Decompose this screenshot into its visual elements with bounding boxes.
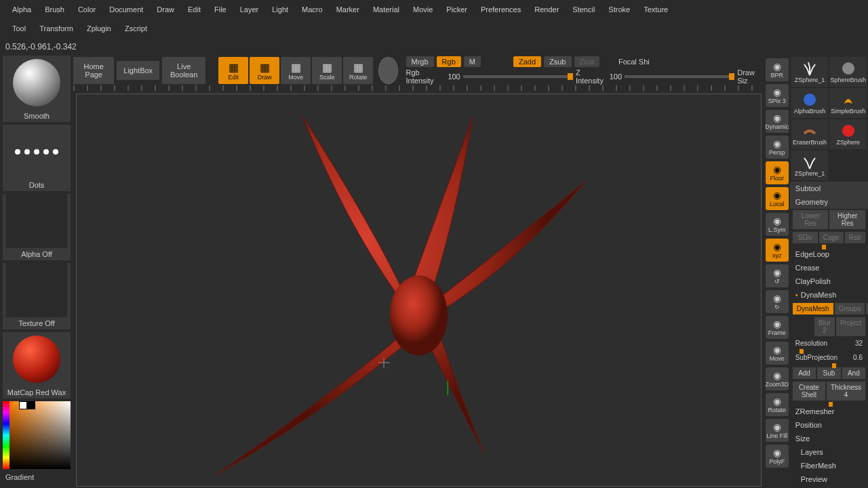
layers-section[interactable]: Layers — [790, 445, 868, 459]
draw-mode-button[interactable]: ▦Draw — [250, 57, 279, 84]
texture-tile[interactable]: Texture Off — [3, 263, 71, 329]
sat-area[interactable] — [9, 401, 71, 469]
tool-spherebrush[interactable]: SphereBrush — [829, 57, 867, 87]
edit-mode-button[interactable]: ▦Edit — [218, 57, 248, 84]
--button[interactable]: ◉↺ — [766, 264, 789, 287]
l-sym-button[interactable]: ◉L.Sym — [766, 213, 789, 236]
menu-transform[interactable]: Transform — [33, 22, 80, 35]
blur-button[interactable]: Blur 2 — [814, 317, 835, 336]
home-page-button[interactable]: Home Page — [73, 57, 114, 84]
fibermesh-section[interactable]: FiberMesh — [790, 459, 868, 472]
color-picker[interactable] — [3, 401, 71, 469]
floor-button[interactable]: ◉Floor — [766, 161, 789, 184]
rgb-button[interactable]: Rgb — [437, 56, 461, 67]
menu-stroke[interactable]: Stroke — [601, 3, 637, 16]
menu-zplugin[interactable]: Zplugin — [80, 22, 118, 35]
persp-button[interactable]: ◉Persp — [766, 136, 789, 159]
dynamesh-section[interactable]: DynaMesh — [790, 288, 868, 302]
spix-button[interactable]: ◉SPix 3 — [766, 84, 789, 107]
resolution-row[interactable]: Resolution32 — [790, 338, 868, 349]
zsub-button[interactable]: Zsub — [544, 56, 571, 67]
polyf-button[interactable]: ◉PolyF — [766, 445, 789, 468]
color-swatch-fg[interactable] — [27, 401, 35, 409]
menu-brush[interactable]: Brush — [38, 3, 71, 16]
tool-eraserbrush[interactable]: EraserBrush — [791, 119, 829, 149]
tool-zsphere_1[interactable]: ZSphere_1 — [791, 150, 829, 180]
position-section[interactable]: Position — [790, 418, 868, 432]
menu-file[interactable]: File — [208, 3, 233, 16]
higher-res-button[interactable]: Higher Res — [829, 210, 865, 229]
zremesher-section[interactable]: ZRemesher — [790, 405, 868, 418]
live-boolean-button[interactable]: Live Boolean — [162, 57, 205, 84]
menu-render[interactable]: Render — [528, 3, 566, 16]
rotate-mode-button[interactable]: ▦Rotate — [343, 57, 373, 84]
xyz-button[interactable]: ◉xyz — [766, 239, 789, 262]
rgb-intensity-slider[interactable] — [463, 75, 573, 78]
hue-strip[interactable] — [3, 401, 9, 469]
tool-simplebrush[interactable]: SimpleBrush — [829, 88, 867, 118]
sdiv-button[interactable]: SDiv — [793, 232, 818, 243]
menu-picker[interactable]: Picker — [439, 3, 474, 16]
dynamesh-button[interactable]: DynaMesh — [793, 303, 833, 314]
zoom3d-button[interactable]: ◉Zoom3D — [766, 367, 789, 390]
stroke-tile[interactable]: Dots — [3, 125, 71, 191]
--button[interactable]: ◉↻ — [766, 290, 789, 313]
menu-tool[interactable]: Tool — [5, 22, 33, 35]
groups-button[interactable]: Groups — [835, 303, 865, 314]
menu-color[interactable]: Color — [71, 3, 102, 16]
crease-section[interactable]: Crease — [790, 261, 868, 274]
z-intensity-slider[interactable] — [625, 75, 734, 78]
bpr-button[interactable]: ◉BPR — [766, 58, 789, 81]
menu-macro[interactable]: Macro — [295, 3, 330, 16]
preview-section[interactable]: Preview — [790, 472, 868, 486]
menu-texture[interactable]: Texture — [637, 3, 675, 16]
sub-button[interactable]: Sub — [817, 367, 840, 379]
menu-stencil[interactable]: Stencil — [566, 3, 601, 16]
size-section[interactable]: Size — [790, 432, 868, 445]
add-button[interactable]: Add — [793, 367, 816, 379]
move-button[interactable]: ◉Move — [766, 342, 789, 365]
brush-tile[interactable]: Smooth — [3, 56, 71, 122]
alpha-tile[interactable]: Alpha Off — [3, 194, 71, 260]
menu-material[interactable]: Material — [366, 3, 406, 16]
geometry-header[interactable]: Geometry — [790, 195, 868, 209]
menu-draw[interactable]: Draw — [150, 3, 181, 16]
rstr-button[interactable]: Rstr — [845, 232, 865, 243]
viewport[interactable] — [76, 94, 762, 487]
menu-marker[interactable]: Marker — [330, 3, 366, 16]
thickness-button[interactable]: Thickness 4 — [827, 382, 865, 401]
local-button[interactable]: ◉Local — [766, 187, 789, 210]
lower-res-button[interactable]: Lower Res — [793, 210, 829, 229]
tool-zsphere_1[interactable]: ZSphere_1 — [791, 57, 829, 87]
menu-light[interactable]: Light — [265, 3, 295, 16]
project-button[interactable]: Project — [836, 317, 865, 336]
zadd-button[interactable]: Zadd — [513, 56, 541, 67]
move-mode-button[interactable]: ▦Move — [281, 57, 311, 84]
gizmo-button[interactable] — [378, 57, 397, 84]
lightbox-button[interactable]: LightBox — [117, 61, 159, 80]
tool-zsphere[interactable]: ZSphere — [829, 119, 867, 149]
dynamic-button[interactable]: ◉Dynamic — [766, 110, 789, 133]
tool-alphabrush[interactable]: AlphaBrush — [791, 88, 829, 118]
material-tile[interactable]: MatCap Red Wax — [3, 332, 71, 399]
subtool-header[interactable]: Subtool — [790, 182, 868, 195]
claypolish-section[interactable]: ClayPolish — [790, 274, 868, 288]
mrgb-button[interactable]: Mrgb — [406, 56, 434, 67]
rotate-button[interactable]: ◉Rotate — [766, 393, 789, 416]
color-swatch-bg[interactable] — [19, 401, 27, 409]
menu-document[interactable]: Document — [102, 3, 150, 16]
line-fill-button[interactable]: ◉Line Fill — [766, 419, 789, 442]
m-button[interactable]: M — [464, 56, 481, 67]
menu-preferences[interactable]: Preferences — [474, 3, 528, 16]
and-button[interactable]: And — [842, 367, 865, 379]
frame-button[interactable]: ◉Frame — [766, 316, 789, 339]
create-shell-button[interactable]: Create Shell — [793, 382, 825, 401]
menu-edit[interactable]: Edit — [181, 3, 208, 16]
edgeloop-section[interactable]: EdgeLoop — [790, 247, 868, 261]
cage-button[interactable]: Cage — [819, 232, 844, 243]
scale-mode-button[interactable]: ▦Scale — [312, 57, 342, 84]
zcut-button[interactable]: Zcut — [574, 56, 599, 67]
menu-layer[interactable]: Layer — [233, 3, 266, 16]
menu-zscript[interactable]: Zscript — [118, 22, 154, 35]
menu-alpha[interactable]: Alpha — [5, 3, 38, 16]
